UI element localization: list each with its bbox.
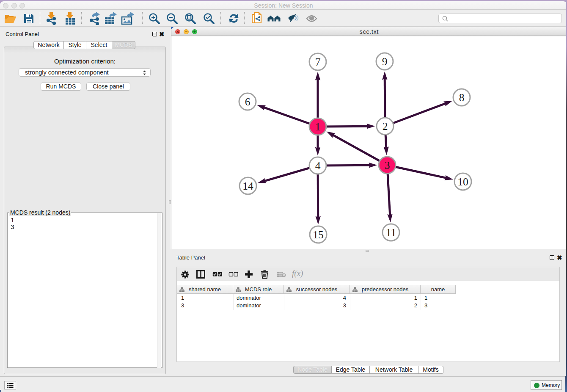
svg-text:15: 15 [313, 229, 324, 241]
svg-text:7: 7 [315, 56, 321, 68]
svg-text:14: 14 [242, 180, 253, 192]
svg-text:11: 11 [386, 226, 396, 239]
svg-text:6: 6 [245, 96, 250, 108]
svg-text:10: 10 [457, 176, 468, 188]
svg-text:1: 1 [315, 121, 321, 133]
svg-text:8: 8 [459, 91, 465, 104]
svg-text:4: 4 [315, 160, 321, 172]
svg-text:3: 3 [385, 159, 390, 171]
svg-text:9: 9 [382, 55, 388, 68]
svg-text:2: 2 [383, 120, 388, 133]
